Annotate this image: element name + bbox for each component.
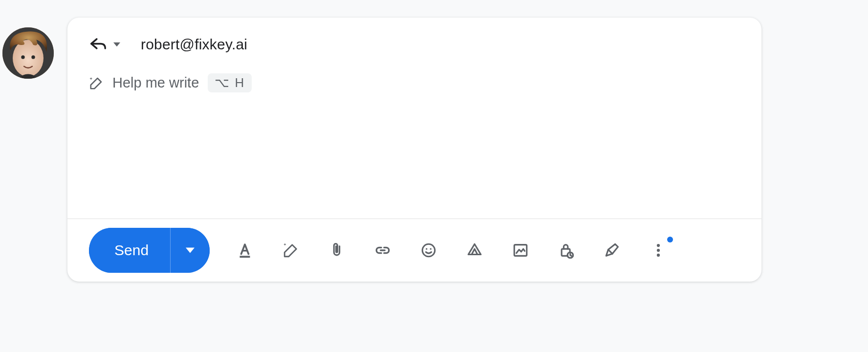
compose-body[interactable]: Help me write ⌥ H — [67, 54, 761, 219]
compose-root: robert@fixkey.ai Help me write ⌥ H Send — [0, 0, 868, 352]
reply-icon[interactable] — [89, 35, 108, 54]
user-avatar[interactable] — [2, 27, 54, 79]
svg-point-3 — [31, 55, 35, 59]
svg-point-12 — [657, 244, 660, 247]
help-me-write-shortcut: ⌥ H — [208, 73, 252, 92]
format-text-icon[interactable] — [234, 240, 256, 261]
confidential-lock-icon[interactable] — [556, 240, 577, 261]
more-options-indicator — [667, 237, 673, 242]
attachment-icon[interactable] — [326, 240, 347, 261]
send-options-dropdown[interactable] — [171, 228, 210, 273]
help-me-write-label: Help me write — [112, 75, 199, 91]
drive-icon[interactable] — [464, 240, 485, 261]
svg-point-6 — [426, 248, 427, 249]
help-me-write-button[interactable]: Help me write ⌥ H — [89, 73, 252, 92]
svg-rect-4 — [240, 256, 250, 258]
emoji-icon[interactable] — [418, 240, 439, 261]
link-icon[interactable] — [372, 240, 393, 261]
ai-pencil-icon — [89, 76, 104, 90]
send-button-group: Send — [89, 228, 210, 273]
svg-point-2 — [21, 55, 24, 59]
signature-pen-icon[interactable] — [602, 240, 623, 261]
compose-card: robert@fixkey.ai Help me write ⌥ H Send — [67, 18, 761, 282]
svg-point-5 — [422, 244, 435, 257]
svg-point-7 — [430, 248, 432, 249]
compose-toolbar: Send — [67, 219, 761, 282]
svg-point-13 — [657, 249, 660, 252]
send-button[interactable]: Send — [89, 228, 171, 273]
svg-point-1 — [13, 40, 43, 77]
recipient-email[interactable]: robert@fixkey.ai — [141, 36, 247, 53]
image-icon[interactable] — [510, 240, 531, 261]
reply-type-dropdown-icon[interactable] — [112, 40, 121, 49]
ai-write-icon[interactable] — [280, 240, 302, 261]
svg-point-14 — [657, 254, 660, 257]
compose-header: robert@fixkey.ai — [67, 18, 761, 54]
more-options-icon[interactable] — [648, 240, 669, 261]
